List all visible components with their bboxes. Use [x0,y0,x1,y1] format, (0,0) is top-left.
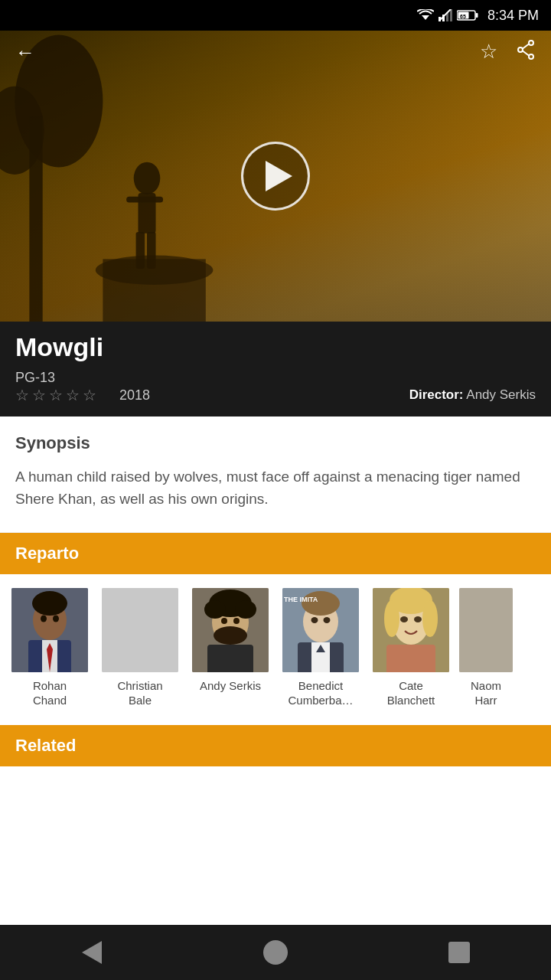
star-5[interactable]: ☆ [83,386,96,404]
play-triangle-icon [266,161,292,191]
movie-year: 2018 [119,387,150,403]
svg-point-49 [311,617,318,623]
svg-point-38 [235,600,256,619]
svg-text:65: 65 [460,14,466,19]
related-header: Related [0,725,551,766]
svg-point-55 [384,600,399,637]
bottom-nav [0,925,551,980]
cast-item-andy[interactable]: Andy Serkis [188,588,272,708]
hero-section: ← ☆ [0,31,551,322]
back-nav-icon [82,941,102,964]
cast-item-christian[interactable]: ChristianBale [98,588,182,708]
bookmark-button[interactable]: ☆ [480,40,497,65]
cast-name-rohan: RohanChand [33,678,67,708]
hero-nav: ← ☆ [0,31,551,74]
reparto-header: Reparto [0,533,551,574]
svg-point-39 [214,626,247,645]
home-nav-icon [263,940,288,965]
star-4[interactable]: ☆ [66,386,80,404]
cast-name-andy: Andy Serkis [200,678,261,694]
svg-rect-33 [102,588,178,672]
share-button[interactable] [516,40,536,65]
status-bar: 65 8:34 PM [0,0,551,31]
cast-photo-andy [192,588,269,672]
play-button[interactable] [241,142,310,211]
related-content [0,766,551,904]
movie-info-bar: Mowgli PG-13 ☆ ☆ ☆ ☆ ☆ 2018 Director: An… [0,322,551,416]
director-name: Andy Serkis [466,387,536,402]
synopsis-section: Synopsis A human child raised by wolves,… [0,416,551,533]
battery-icon: 65 [457,9,478,21]
cast-list: RohanChand ChristianBale [0,574,551,725]
cast-item-rohan[interactable]: RohanChand [8,588,92,708]
recent-nav-icon [448,942,470,963]
status-time: 8:34 PM [487,8,539,24]
cast-photo-rohan [11,588,88,672]
director-label: Director: [409,387,464,402]
svg-text:THE IMITA: THE IMITA [284,596,318,603]
star-1[interactable]: ☆ [15,386,29,404]
svg-point-42 [233,618,240,624]
svg-point-58 [400,616,408,622]
wifi-icon [417,9,434,21]
cast-photo-benedict: THE IMITA [282,588,359,672]
svg-point-41 [221,618,227,624]
svg-rect-60 [459,588,513,672]
cast-item-naomi[interactable]: NaomHarr [459,588,513,708]
svg-rect-57 [386,645,435,672]
cast-photo-cate [373,588,449,672]
svg-line-24 [523,51,529,56]
cast-item-benedict[interactable]: THE IMITA BenedictCumberba… [279,588,363,708]
svg-point-27 [32,591,67,616]
svg-line-23 [523,44,529,49]
reparto-title: Reparto [15,544,536,564]
svg-point-32 [53,615,59,622]
svg-point-31 [41,615,47,622]
hero-silhouette [0,31,220,322]
svg-point-20 [529,41,533,45]
nav-recent-button[interactable] [440,933,478,972]
svg-rect-19 [103,259,205,322]
signal-icon [439,9,452,21]
nav-home-button[interactable] [256,933,295,972]
synopsis-text: A human child raised by wolves, must fac… [15,466,536,511]
svg-point-45 [302,591,340,616]
svg-point-21 [529,54,533,59]
star-2[interactable]: ☆ [32,386,46,404]
back-button[interactable]: ← [15,41,35,64]
cast-photo-christian [102,588,178,672]
movie-rating-row: ☆ ☆ ☆ ☆ ☆ 2018 Director: Andy Serkis [15,386,536,404]
svg-marker-0 [422,15,429,20]
cast-name-benedict: BenedictCumberba… [288,678,353,708]
svg-line-5 [440,9,451,20]
cast-name-christian: ChristianBale [117,678,162,708]
svg-rect-4 [450,9,452,21]
pg-badge: PG-13 [15,370,536,386]
status-icons: 65 8:34 PM [417,8,539,24]
svg-point-59 [414,616,422,622]
svg-rect-17 [126,197,163,203]
svg-point-37 [204,600,226,619]
svg-point-13 [134,162,161,194]
svg-rect-7 [475,13,478,18]
related-title: Related [15,736,536,756]
nav-back-button[interactable] [73,933,111,972]
movie-title: Mowgli [15,332,536,362]
cast-photo-naomi [459,588,513,672]
svg-point-50 [324,617,331,623]
svg-point-56 [422,600,438,637]
cast-name-naomi: NaomHarr [471,678,501,708]
synopsis-title: Synopsis [15,433,536,453]
cast-item-cate[interactable]: CateBlanchett [369,588,453,708]
stars-row: ☆ ☆ ☆ ☆ ☆ [15,386,96,404]
svg-rect-40 [207,645,253,672]
director-info: Director: Andy Serkis [409,387,536,403]
hero-nav-right: ☆ [480,40,536,65]
svg-point-22 [518,47,523,52]
cast-name-cate: CateBlanchett [387,678,435,708]
star-3[interactable]: ☆ [49,386,63,404]
